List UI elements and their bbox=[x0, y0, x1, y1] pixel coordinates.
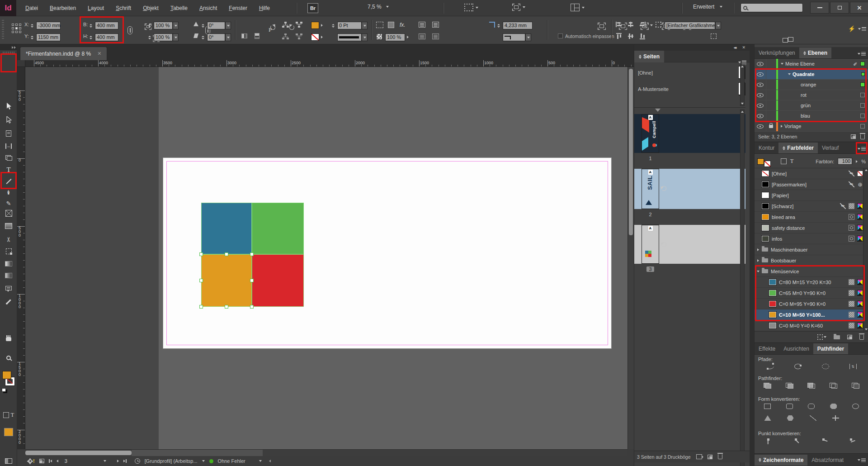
rotation-dropdown[interactable] bbox=[225, 22, 231, 29]
preflight-profile[interactable]: [Grundprofil] (Arbeitsp... bbox=[145, 458, 198, 464]
page-thumbnail[interactable]: A SAIL bbox=[642, 169, 659, 209]
transparency-icon[interactable] bbox=[388, 22, 394, 28]
height-stepper[interactable] bbox=[89, 33, 93, 41]
constrain-dimensions-chain-icon[interactable] bbox=[127, 26, 132, 34]
selection-handle[interactable] bbox=[199, 279, 203, 282]
effects-fx-button[interactable]: fx. bbox=[400, 22, 406, 28]
stroke-style-dropdown[interactable] bbox=[362, 33, 368, 41]
scale-y-dropdown[interactable] bbox=[173, 33, 179, 41]
autofit-checkbox[interactable] bbox=[558, 33, 563, 38]
swatch-row[interactable]: Bootsbauer ✒ ⊕ bbox=[755, 255, 863, 266]
tab-farbfelder[interactable]: Farbfelder bbox=[778, 143, 818, 153]
convert-to-rounded-rectangle-icon[interactable] bbox=[786, 404, 793, 409]
convert-to-triangle-icon[interactable] bbox=[764, 415, 771, 421]
swatch-row[interactable]: [Papier] ✒ ⊕ bbox=[755, 190, 863, 201]
distribute-center-icon[interactable] bbox=[628, 33, 633, 39]
wrap-next-icon[interactable] bbox=[432, 33, 439, 39]
opacity-dropdown-arrow[interactable] bbox=[407, 36, 409, 38]
gradient-feather-tool[interactable] bbox=[0, 270, 17, 281]
visibility-eye-icon[interactable] bbox=[757, 72, 764, 76]
swatch-row[interactable]: C=10 M=50 Y=100... ✒ ⊕ bbox=[755, 309, 863, 320]
select-content-icon[interactable] bbox=[296, 22, 302, 28]
selection-handle[interactable] bbox=[199, 305, 203, 309]
distribute-bottom-icon[interactable] bbox=[640, 33, 645, 39]
horizontal-scrollbar[interactable] bbox=[25, 449, 627, 456]
panel-grip[interactable] bbox=[2, 20, 4, 40]
convert-to-orthogonal-line-icon[interactable] bbox=[832, 415, 839, 421]
direct-selection-tool[interactable] bbox=[0, 114, 17, 126]
height-value-field[interactable]: 400 mm bbox=[95, 33, 118, 41]
select-container-icon[interactable]: P bbox=[269, 26, 272, 33]
pen-tool[interactable]: ✒ bbox=[0, 186, 17, 198]
tab-zeichenformate[interactable]: Zeichenformate bbox=[755, 455, 807, 466]
layer-row[interactable]: grün ✎ bbox=[755, 100, 868, 111]
swatch-row[interactable]: Menüservice ✒ ⊕ bbox=[755, 266, 863, 277]
minus-back-icon[interactable] bbox=[852, 383, 859, 389]
layer-target-box[interactable] bbox=[861, 72, 865, 76]
menu-item[interactable]: Layout bbox=[88, 5, 104, 11]
selection-tool[interactable] bbox=[0, 100, 17, 112]
scale-x-stepper[interactable] bbox=[147, 22, 152, 29]
restore-button[interactable] bbox=[830, 2, 849, 14]
exclude-overlap-icon[interactable] bbox=[830, 383, 837, 389]
content-collector-tool[interactable] bbox=[0, 152, 17, 164]
preflight-alert-button[interactable]: ! bbox=[28, 458, 35, 464]
corner-shape-dropdown[interactable] bbox=[525, 33, 531, 41]
layer-row[interactable]: Meine Ebene ✎ bbox=[755, 59, 868, 69]
plain-point-icon[interactable] bbox=[767, 438, 774, 444]
convert-to-beveled-rectangle-icon[interactable] bbox=[808, 404, 815, 409]
flip-horizontal-icon[interactable] bbox=[241, 33, 247, 38]
wrap-around-icon[interactable] bbox=[432, 22, 439, 28]
stroke-style-field[interactable] bbox=[337, 33, 362, 41]
type-tool[interactable]: T bbox=[0, 164, 17, 176]
stroke-dropdown-arrow[interactable] bbox=[321, 36, 323, 38]
selection-handle[interactable] bbox=[225, 305, 228, 309]
new-page-icon[interactable] bbox=[708, 455, 712, 459]
scrollbar-thumb[interactable] bbox=[629, 69, 633, 235]
layer-name[interactable]: blau bbox=[801, 113, 810, 119]
menu-item[interactable]: Schrift bbox=[116, 5, 131, 11]
view-options-dropdown[interactable] bbox=[464, 4, 478, 11]
stroke-color-swatch[interactable] bbox=[311, 33, 319, 41]
layer-name[interactable]: rot bbox=[801, 92, 807, 98]
selection-handle[interactable] bbox=[199, 252, 203, 256]
rotation-field[interactable]: 0° bbox=[207, 22, 225, 29]
vertical-scrollbar[interactable] bbox=[627, 67, 634, 449]
fill-color-swatch[interactable] bbox=[311, 22, 319, 29]
rectangle-tool[interactable] bbox=[0, 220, 17, 232]
selection-handle[interactable] bbox=[225, 252, 228, 256]
layer-row[interactable]: orange ✎ bbox=[755, 80, 868, 90]
symmetrical-point-icon[interactable] bbox=[849, 438, 856, 444]
disclosure-triangle-icon[interactable] bbox=[788, 73, 791, 75]
swatch-row[interactable]: safety distance ✒ ⊕ bbox=[755, 223, 863, 233]
tab-absatzformat[interactable]: Absatzformat bbox=[807, 455, 848, 466]
eyedropper-tool[interactable] bbox=[0, 296, 17, 308]
swatch-row[interactable]: C=0 M=95 Y=90 K=0 ✒ ⊕ bbox=[755, 299, 863, 309]
convert-to-rectangle-icon[interactable] bbox=[764, 404, 771, 409]
swatch-row[interactable]: [Ohne] ✒ ⊕ bbox=[755, 168, 863, 179]
menu-item[interactable]: Datei bbox=[25, 5, 38, 11]
stroke-weight-dropdown[interactable] bbox=[362, 22, 368, 29]
swatches-panel-menu-icon[interactable] bbox=[858, 147, 866, 151]
effects-target-icon[interactable] bbox=[376, 22, 383, 28]
gradient-tool[interactable] bbox=[0, 258, 17, 270]
y-stepper[interactable] bbox=[30, 33, 34, 41]
control-panel-menu-icon[interactable] bbox=[858, 27, 866, 31]
fill-proxy-swatch[interactable] bbox=[2, 371, 11, 379]
swatch-row[interactable]: infos ✒ ⊕ bbox=[755, 233, 863, 244]
page-transition-icon[interactable] bbox=[696, 454, 702, 459]
page-item[interactable]: A SAIL 2 bbox=[634, 169, 745, 209]
page-list-dropdown[interactable] bbox=[104, 460, 106, 462]
search-input[interactable] bbox=[741, 3, 803, 12]
selection-handle[interactable] bbox=[250, 305, 254, 309]
convert-to-polygon-icon[interactable] bbox=[787, 415, 794, 421]
artwork-square[interactable] bbox=[252, 203, 304, 254]
layer-name[interactable]: Vorlage bbox=[784, 124, 801, 129]
delete-page-icon[interactable] bbox=[718, 454, 722, 459]
close-panel-icon[interactable]: ✕ bbox=[742, 45, 745, 50]
free-transform-tool[interactable] bbox=[0, 245, 17, 257]
artwork-square[interactable] bbox=[201, 254, 252, 307]
last-page-button[interactable] bbox=[123, 459, 127, 463]
selection-handle[interactable] bbox=[250, 279, 254, 282]
pages-scrollbar[interactable] bbox=[740, 109, 745, 466]
